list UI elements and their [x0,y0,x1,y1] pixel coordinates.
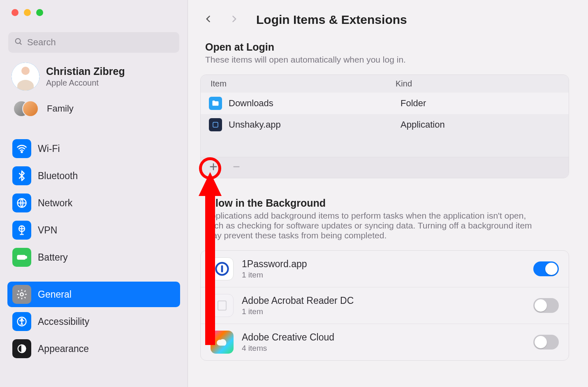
svg-rect-11 [213,122,218,127]
row-name: Unshaky.app [229,119,394,130]
open-at-login-title: Open at Login [205,41,564,53]
background-item: 1Password.app 1 item [201,251,569,287]
row-kind: Folder [400,98,560,109]
sidebar-item-general[interactable]: General [7,282,180,307]
svg-point-9 [21,319,23,320]
vpn-icon [12,221,31,240]
accessibility-icon [12,312,31,331]
wifi-icon [12,139,31,158]
bg-item-sub: 1 item [242,307,525,316]
nav-back-button[interactable] [200,12,217,28]
family-row[interactable]: Family [0,96,188,125]
bg-item-toggle[interactable] [533,261,559,276]
sidebar-item-network[interactable]: Network [7,190,180,216]
bg-item-name: Adobe Acrobat Reader DC [242,295,525,306]
bluetooth-icon [12,166,31,185]
bg-item-name: Adobe Creative Cloud [242,332,525,343]
login-items-table: Item Kind Downloads Folder Unshaky.app A… [200,75,569,178]
svg-rect-17 [221,265,223,272]
plus-icon [209,161,218,174]
appearance-icon [12,339,31,358]
chevron-right-icon [230,13,238,26]
sidebar: Christian Zibreg Apple Account Family Wi… [0,0,188,387]
col-item[interactable]: Item [211,79,396,89]
page-title: Login Items & Extensions [256,13,407,27]
svg-point-7 [20,293,23,296]
background-item: Adobe Acrobat Reader DC 1 item [201,287,569,324]
folder-icon [209,97,222,110]
search-icon [14,37,23,48]
table-header: Item Kind [201,75,569,93]
svg-rect-6 [25,256,26,259]
svg-rect-18 [218,301,226,310]
window-close-button[interactable] [12,9,19,16]
window-fullscreen-button[interactable] [36,9,43,16]
open-at-login-header: Open at Login These items will open auto… [200,36,569,67]
apple-account-row[interactable]: Christian Zibreg Apple Account [0,60,188,96]
chevron-left-icon [204,13,213,26]
account-name: Christian Zibreg [46,65,125,77]
sidebar-item-vpn[interactable]: VPN [7,217,180,243]
row-kind: Application [400,119,560,130]
user-avatar [12,63,39,91]
background-sub: Applications add background items to per… [205,211,542,240]
account-sub: Apple Account [46,78,125,88]
sidebar-item-bluetooth[interactable]: Bluetooth [7,163,180,189]
settings-window: Christian Zibreg Apple Account Family Wi… [0,0,588,387]
add-login-item-button[interactable] [206,161,220,175]
sidebar-item-label: VPN [38,225,57,236]
svg-rect-5 [18,255,25,259]
family-label: Family [47,103,74,114]
bg-item-name: 1Password.app [242,259,525,270]
bg-item-sub: 1 item [242,270,525,280]
nav-forward-button[interactable] [226,12,242,28]
titlebar: Login Items & Extensions [188,0,588,36]
onepassword-icon [211,257,234,280]
bg-item-sub: 4 items [242,344,525,353]
bg-item-toggle[interactable] [533,335,559,350]
minus-icon [232,161,241,174]
sidebar-item-label: Battery [38,252,68,263]
sidebar-item-label: Wi-Fi [38,143,60,154]
row-name: Downloads [229,98,394,109]
acrobat-icon [211,294,234,317]
col-kind[interactable]: Kind [396,79,559,89]
sidebar-item-accessibility[interactable]: Accessibility [7,309,180,334]
sidebar-item-label: General [38,289,72,300]
sidebar-item-label: Appearance [38,343,89,354]
sidebar-item-label: Accessibility [38,316,89,327]
svg-line-1 [20,43,21,44]
sidebar-item-label: Bluetooth [38,170,78,182]
sidebar-item-wifi[interactable]: Wi-Fi [7,136,180,161]
app-icon [209,118,222,131]
family-avatars [13,100,39,118]
main-pane: Login Items & Extensions Open at Login T… [188,0,588,387]
table-row[interactable]: Downloads Folder [201,93,569,114]
bg-item-toggle[interactable] [533,298,559,313]
general-icon [12,285,31,304]
svg-point-2 [21,152,23,153]
background-title: Allow in the Background [205,197,564,209]
creative-cloud-icon [211,331,234,354]
battery-icon [12,248,31,267]
table-footer [201,157,569,178]
search-box[interactable] [8,32,179,53]
search-input[interactable] [27,37,174,48]
sidebar-item-appearance[interactable]: Appearance [7,336,180,361]
network-icon [12,194,31,212]
background-header: Allow in the Background Applications add… [200,192,569,243]
background-item: Adobe Creative Cloud 4 items [201,324,569,360]
open-at-login-sub: These items will open automatically when… [205,55,564,65]
traffic-lights [0,0,188,24]
background-items-list: 1Password.app 1 item Adobe Acrobat Reade… [200,250,569,361]
remove-login-item-button[interactable] [229,161,243,175]
window-minimize-button[interactable] [24,9,31,16]
sidebar-item-battery[interactable]: Battery [7,245,180,270]
sidebar-item-label: Network [38,198,72,209]
svg-point-0 [16,39,21,44]
table-row[interactable]: Unshaky.app Application [201,114,569,135]
